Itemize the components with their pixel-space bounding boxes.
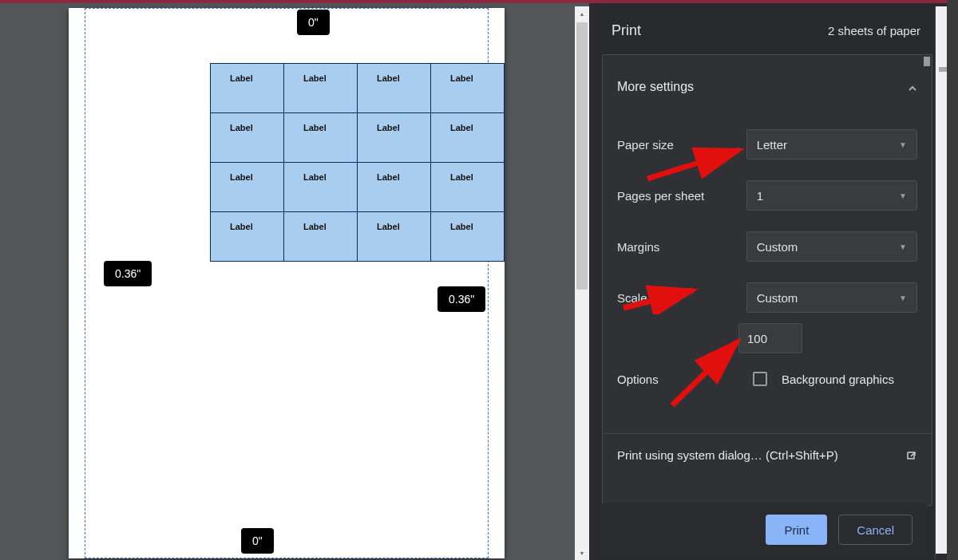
more-settings-label: More settings: [617, 80, 694, 94]
paper-size-value: Letter: [757, 138, 787, 152]
print-preview-pane: Label Label Label Label Label Label Labe…: [0, 0, 589, 560]
label-cell: Label: [284, 64, 358, 113]
print-panel: Print 2 sheets of paper More settings Pa…: [589, 0, 947, 560]
margin-left-handle[interactable]: 0.36": [104, 261, 152, 286]
background-graphics-checkbox[interactable]: [753, 372, 767, 386]
settings-scroll-thumb[interactable]: [924, 57, 930, 66]
label-grid: Label Label Label Label Label Label Labe…: [210, 63, 505, 262]
cancel-button[interactable]: Cancel: [838, 515, 912, 545]
margin-right-handle[interactable]: 0.36": [437, 286, 485, 312]
label-cell: Label: [431, 113, 505, 163]
label-cell: Label: [211, 64, 284, 113]
margins-row: Margins Custom ▼: [603, 221, 932, 272]
panel-title: Print: [612, 22, 641, 39]
table-row: Label Label Label Label: [211, 212, 505, 262]
scroll-thumb[interactable]: [576, 22, 588, 290]
scale-label: Scale: [617, 291, 746, 305]
label-cell: Label: [284, 212, 358, 262]
options-row: Options Background graphics: [603, 353, 932, 404]
scale-row: Scale Custom ▼: [603, 272, 932, 323]
label-cell: Label: [358, 212, 431, 262]
caret-down-icon: ▼: [899, 191, 907, 200]
panel-header: Print 2 sheets of paper: [597, 6, 935, 54]
margin-top-handle[interactable]: 0": [297, 10, 330, 35]
caret-down-icon: ▼: [899, 243, 907, 251]
label-cell: Label: [211, 212, 284, 262]
caret-down-icon: ▼: [899, 140, 907, 149]
label-cell: Label: [431, 163, 505, 212]
pages-per-sheet-label: Pages per sheet: [617, 189, 746, 203]
table-row: Label Label Label Label: [211, 113, 505, 163]
margin-bottom-handle[interactable]: 0": [241, 528, 274, 554]
panel-footer: Print Cancel: [602, 503, 927, 556]
label-cell: Label: [211, 163, 284, 212]
paper-size-row: Paper size Letter ▼: [603, 119, 932, 170]
table-row: Label Label Label Label: [211, 163, 505, 212]
table-row: Label Label Label Label: [211, 64, 505, 113]
caret-down-icon: ▼: [899, 294, 907, 302]
label-cell: Label: [211, 113, 284, 163]
margins-value: Custom: [757, 240, 798, 254]
label-cell: Label: [358, 163, 431, 212]
preview-scrollbar[interactable]: ▴ ▾: [575, 6, 589, 560]
scale-number-input[interactable]: 100: [738, 323, 802, 353]
settings-scroll-area: More settings Paper size Letter ▼ Pages …: [602, 54, 932, 506]
pages-per-sheet-row: Pages per sheet 1 ▼: [603, 170, 932, 221]
label-cell: Label: [284, 113, 358, 163]
pages-per-sheet-value: 1: [757, 189, 763, 203]
print-button[interactable]: Print: [766, 515, 827, 545]
options-label: Options: [617, 373, 753, 386]
label-cell: Label: [431, 64, 505, 113]
external-link-icon: [905, 449, 917, 462]
scale-select[interactable]: Custom ▼: [746, 282, 917, 313]
system-dialog-link[interactable]: Print using system dialog… (Ctrl+Shift+P…: [603, 433, 932, 476]
label-cell: Label: [284, 163, 358, 212]
background-graphics-label: Background graphics: [782, 373, 894, 386]
label-cell: Label: [358, 113, 431, 163]
label-cell: Label: [431, 212, 505, 262]
scroll-up-arrow-icon[interactable]: [939, 67, 947, 72]
scale-value: Custom: [757, 291, 798, 305]
scroll-up-icon[interactable]: ▴: [575, 6, 589, 21]
scale-number-value: 100: [747, 332, 767, 345]
chevron-up-icon: [908, 82, 917, 92]
paper-size-select[interactable]: Letter ▼: [746, 129, 917, 160]
system-dialog-label: Print using system dialog… (Ctrl+Shift+P…: [617, 448, 838, 462]
margins-select[interactable]: Custom ▼: [746, 231, 917, 262]
pages-per-sheet-select[interactable]: 1 ▼: [746, 180, 917, 211]
scroll-down-icon[interactable]: ▾: [575, 546, 589, 560]
more-settings-toggle[interactable]: More settings: [603, 55, 932, 119]
sheet-count: 2 sheets of paper: [828, 24, 920, 37]
label-cell: Label: [358, 64, 431, 113]
outer-scroll-edge: [936, 6, 947, 554]
margins-label: Margins: [617, 240, 746, 254]
paper-size-label: Paper size: [617, 138, 746, 152]
